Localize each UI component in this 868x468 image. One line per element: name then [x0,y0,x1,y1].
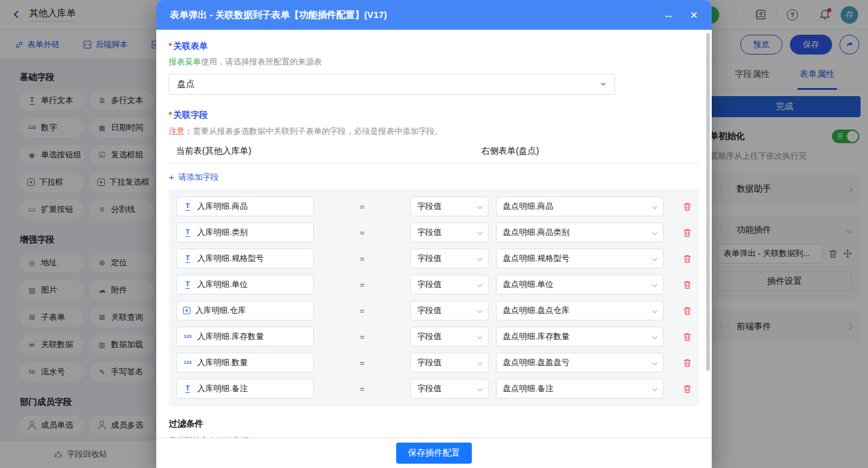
equals-operator: = [314,280,410,289]
left-field-box[interactable]: 入库明细.商品 [176,196,314,216]
field-mapping-row: 入库明细.仓库 = 字段值 盘点明细.盘点仓库 [176,301,692,320]
right-field-select[interactable]: 盘点明细.库存数量 [496,327,663,347]
right-field-select[interactable]: 盘点明细.备注 [496,379,663,399]
chevron-down-icon [477,308,482,313]
linked-form-hint: 报表菜单使用，请选择报表所配置的来源表 [169,56,699,68]
linked-fields-label: *关联字段 [169,110,699,121]
equals-operator: = [314,202,410,211]
value-mode-select[interactable]: 字段值 [410,223,489,242]
chevron-down-icon [652,360,657,365]
left-field-value: 入库明细.商品 [197,201,248,212]
field-type-icon [183,307,190,314]
left-field-box[interactable]: 入库明细.规格型号 [176,249,314,268]
field-type-icon [183,384,192,393]
linked-form-label-text: 关联表单 [173,41,208,51]
modal-header-icons: ↔ ✕ [664,9,698,21]
right-field-value: 盘点明细.盘点仓库 [503,305,570,316]
delete-row-icon[interactable] [683,384,692,394]
chevron-down-icon [477,282,482,287]
equals-operator: = [314,358,410,368]
field-type-icon [183,280,192,289]
value-mode-select[interactable]: 字段值 [410,327,489,347]
field-mapping-row: 入库明细.备注 = 字段值 盘点明细.备注 [176,379,692,399]
required-mark: * [169,110,172,120]
left-field-box[interactable]: 入库明细.仓库 [176,301,314,320]
field-mapping-row: 入库明细.规格型号 = 字段值 盘点明细.规格型号 [176,249,692,268]
plus-icon [169,172,174,182]
linked-form-select[interactable]: 盘点 [169,74,615,95]
left-field-value: 入库明细.备注 [197,383,248,394]
right-field-value: 盘点明细.单位 [503,279,554,290]
left-field-value: 入库明细.规格型号 [197,253,264,264]
plugin-config-modal: 表单弹出 - 关联数据到子表单【功能插件配置】(V17) ↔ ✕ *关联表单 报… [156,0,712,468]
field-type-icon [183,202,192,211]
right-field-value: 盘点明细.盘盈盘亏 [503,357,570,368]
left-field-value: 入库明细.仓库 [195,305,246,316]
chevron-down-icon [652,256,657,261]
equals-operator: = [314,306,410,316]
hint-green-text: 报表菜单 [169,57,201,66]
equals-operator: = [314,332,410,342]
value-mode-select[interactable]: 字段值 [410,275,489,294]
delete-row-icon[interactable] [683,306,692,316]
value-mode-value: 字段值 [417,227,441,238]
value-mode-value: 字段值 [417,253,441,264]
delete-row-icon[interactable] [683,202,692,211]
delete-row-icon[interactable] [683,280,692,289]
left-field-box[interactable]: 入库明细.库存数量 [176,327,314,347]
add-field-label: 请添加字段 [179,172,219,183]
value-mode-select[interactable]: 字段值 [410,301,489,320]
delete-row-icon[interactable] [683,254,692,263]
field-mapping-row: 入库明细.库存数量 = 字段值 盘点明细.库存数量 [176,327,692,347]
add-field-link[interactable]: 请添加字段 [169,172,699,183]
value-mode-value: 字段值 [417,383,441,394]
linked-form-label: *关联表单 [169,41,699,52]
right-field-value: 盘点明细.库存数量 [503,331,570,342]
value-mode-select[interactable]: 字段值 [410,249,489,268]
chevron-down-icon [652,204,657,209]
linked-fields-label-text: 关联字段 [173,110,208,120]
required-mark: * [169,41,172,51]
app-root: 其他入库单 ? 存 表单外链 后端 [0,0,868,468]
field-mapping-row: 入库明细.商品 = 字段值 盘点明细.商品 [176,196,692,216]
column-header-right: 右侧表单(盘点) [481,146,539,157]
right-field-value: 盘点明细.商品 [503,201,554,212]
right-field-value: 盘点明细.规格型号 [503,253,570,264]
modal-body: *关联表单 报表菜单使用，请选择报表所配置的来源表 盘点 *关联字段 注意：需要… [156,30,712,438]
left-field-box[interactable]: 入库明细.类别 [176,223,314,242]
linked-fields-note: 注意：需要从报表多选数据中关联到子表单的字段，必须是报表中添加字段。 [169,126,699,137]
delete-row-icon[interactable] [683,358,692,368]
right-field-select[interactable]: 盘点明细.盘点仓库 [496,301,663,320]
right-field-select[interactable]: 盘点明细.商品 [496,196,663,216]
left-field-box[interactable]: 入库明细.备注 [176,379,314,399]
value-mode-value: 字段值 [417,279,441,290]
hint-rest-text: 使用，请选择报表所配置的来源表 [201,57,322,66]
value-mode-value: 字段值 [417,357,441,368]
value-mode-value: 字段值 [417,201,441,212]
left-field-box[interactable]: 入库明细.单位 [176,275,314,294]
save-plugin-config-button[interactable]: 保存插件配置 [396,443,472,464]
value-mode-select[interactable]: 字段值 [410,196,489,216]
left-field-value: 入库明细.单位 [197,279,248,290]
left-field-box[interactable]: 入库明细.数量 [176,353,314,373]
expand-icon[interactable]: ↔ [664,9,674,20]
chevron-down-icon [477,230,482,235]
value-mode-select[interactable]: 字段值 [410,379,489,399]
right-field-select[interactable]: 盘点明细.规格型号 [496,249,663,268]
right-field-select[interactable]: 盘点明细.商品类别 [496,223,663,242]
field-type-icon [183,332,192,341]
chevron-down-icon [652,282,657,287]
field-mapping-row: 入库明细.数量 = 字段值 盘点明细.盘盈盘亏 [176,353,692,373]
value-mode-select[interactable]: 字段值 [410,353,489,373]
modal-title: 表单弹出 - 关联数据到子表单【功能插件配置】(V17) [170,9,387,21]
delete-row-icon[interactable] [683,332,692,342]
note-rest-text: 需要从报表多选数据中关联到子表单的字段，必须是报表中添加字段。 [193,126,443,136]
modal-scrollbar-thumb[interactable] [706,33,710,371]
right-field-value: 盘点明细.备注 [503,383,554,394]
right-field-select[interactable]: 盘点明细.盘盈盘亏 [496,353,663,373]
right-field-value: 盘点明细.商品类别 [503,227,570,238]
right-field-select[interactable]: 盘点明细.单位 [496,275,663,294]
equals-operator: = [314,254,410,263]
delete-row-icon[interactable] [683,228,692,237]
close-icon[interactable]: ✕ [690,9,698,21]
